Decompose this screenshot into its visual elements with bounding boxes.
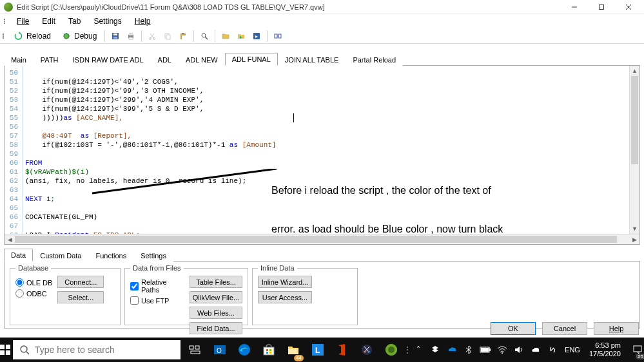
menu-help[interactable]: Help xyxy=(130,15,156,27)
tab-adl-new[interactable]: ADL NEW xyxy=(179,53,225,66)
reload-label: Reload xyxy=(26,32,51,41)
taskbar-overflow-icon[interactable]: ⋮ xyxy=(404,338,411,362)
tab-adl-funal[interactable]: ADL FUNAL xyxy=(225,53,278,66)
script-editor[interactable]: 5051525354555657585960616263646566676869… xyxy=(4,66,640,245)
open-include-icon[interactable] xyxy=(234,30,248,43)
app-outlook-icon[interactable]: O xyxy=(208,338,232,362)
tab-isdn[interactable]: ISDN RAW DATE ADL xyxy=(66,53,151,66)
tab-path[interactable]: PATH xyxy=(34,53,66,66)
copy-icon[interactable] xyxy=(161,30,175,43)
tab-join-all[interactable]: JOIN ALL TABLE xyxy=(278,53,346,66)
radio-odbc[interactable]: ODBC xyxy=(15,289,52,298)
tray-chevron-icon[interactable]: ˄ xyxy=(411,338,425,362)
app-l-icon[interactable]: L xyxy=(306,338,330,362)
tray-onedrive-icon[interactable] xyxy=(445,338,459,362)
check-relative-input[interactable] xyxy=(130,282,139,291)
scroll-down-icon[interactable]: ▼ xyxy=(630,224,639,234)
svg-text:O: O xyxy=(217,347,222,354)
table-files-button[interactable]: Table Files... xyxy=(190,276,242,288)
svg-point-4 xyxy=(64,33,69,39)
svg-text:L: L xyxy=(315,346,320,355)
horizontal-scrollbar[interactable]: ◀ ▶ xyxy=(5,234,639,244)
search-placeholder: Type here to search xyxy=(35,345,115,355)
select-button[interactable]: Select... xyxy=(57,291,104,303)
tab-data[interactable]: Data xyxy=(4,249,33,262)
action-center-icon[interactable]: 25 xyxy=(627,338,644,362)
tray-cloud-icon[interactable] xyxy=(529,338,543,362)
check-ftp-input[interactable] xyxy=(130,296,139,305)
print-icon[interactable] xyxy=(124,30,138,43)
ok-button[interactable]: OK xyxy=(491,322,536,335)
vertical-scrollbar[interactable]: ▲ ▼ xyxy=(629,66,639,234)
svg-rect-59 xyxy=(489,348,491,351)
search-box[interactable]: Type here to search xyxy=(13,340,181,359)
tray-lang[interactable]: ENG xyxy=(562,338,583,362)
tray-wifi-icon[interactable] xyxy=(495,338,509,362)
reload-button[interactable]: Reload xyxy=(9,30,55,43)
app-snip-icon[interactable] xyxy=(355,338,379,362)
minimize-button[interactable] xyxy=(561,1,587,14)
tab-partal[interactable]: Partal Reload xyxy=(346,53,403,66)
svg-rect-32 xyxy=(0,350,5,355)
app-office-icon[interactable] xyxy=(330,338,355,362)
tab-manager-icon[interactable] xyxy=(271,30,285,43)
menu-tab[interactable]: Tab xyxy=(63,15,86,27)
tray-dropbox-icon[interactable] xyxy=(428,338,442,362)
svg-rect-38 xyxy=(191,351,200,354)
save-include-icon[interactable] xyxy=(249,30,264,43)
menu-edit[interactable]: Edit xyxy=(37,15,61,27)
tray-bluetooth-icon[interactable] xyxy=(462,338,476,362)
help-button[interactable]: Help xyxy=(594,322,639,335)
scroll-up-icon[interactable]: ▲ xyxy=(630,66,639,76)
radio-oledb[interactable]: OLE DB xyxy=(15,278,52,287)
cancel-button[interactable]: Cancel xyxy=(542,322,587,335)
app-explorer-icon[interactable]: 44 xyxy=(281,338,306,362)
scroll-thumb-v[interactable] xyxy=(631,76,638,164)
svg-rect-42 xyxy=(264,347,274,355)
save-icon[interactable] xyxy=(108,30,122,43)
start-button[interactable] xyxy=(0,338,10,362)
open-folder-icon[interactable] xyxy=(219,30,233,43)
tab-settings[interactable]: Settings xyxy=(133,249,173,262)
cut-icon[interactable] xyxy=(145,30,159,43)
app-store-icon[interactable] xyxy=(257,338,281,362)
inline-wizard-button[interactable]: Inline Wizard... xyxy=(258,276,312,288)
tab-main[interactable]: Main xyxy=(4,53,34,66)
svg-rect-62 xyxy=(634,346,641,352)
tray-volume-icon[interactable] xyxy=(512,338,526,362)
tab-functions[interactable]: Functions xyxy=(88,249,133,262)
tray-clock[interactable]: 6:53 pm 17/5/2020 xyxy=(585,341,625,358)
paste-icon[interactable] xyxy=(176,30,190,43)
menu-file[interactable]: File xyxy=(12,15,34,27)
code-area[interactable]: if(num(@124:129T)<'49','2 COGS', if(num(… xyxy=(23,66,639,244)
search-icon[interactable] xyxy=(197,30,211,43)
debug-button[interactable]: Debug xyxy=(57,30,101,43)
tab-custom-data[interactable]: Custom Data xyxy=(33,249,88,262)
menu-settings[interactable]: Settings xyxy=(88,15,126,27)
maximize-button[interactable] xyxy=(589,1,614,14)
lower-tabs: Data Custom Data Functions Settings xyxy=(4,249,640,262)
scroll-left-icon[interactable]: ◀ xyxy=(5,234,15,244)
radio-odbc-input[interactable] xyxy=(15,289,24,298)
tab-adl[interactable]: ADL xyxy=(151,53,179,66)
scroll-right-icon[interactable]: ▶ xyxy=(629,234,639,244)
connect-button[interactable]: Connect... xyxy=(57,276,104,288)
field-data-button[interactable]: Field Data... xyxy=(190,322,242,334)
scroll-thumb-h[interactable] xyxy=(15,236,617,243)
web-files-button[interactable]: Web Files... xyxy=(190,307,242,319)
close-button[interactable] xyxy=(616,1,641,14)
app-icon xyxy=(4,3,13,12)
svg-rect-1 xyxy=(600,5,604,9)
qlikview-file-button[interactable]: QlikView File... xyxy=(190,291,242,303)
tray-link-icon[interactable] xyxy=(545,338,560,362)
svg-rect-21 xyxy=(182,33,184,34)
app-qlikview-icon[interactable] xyxy=(379,338,404,362)
task-view-icon[interactable] xyxy=(183,338,208,362)
app-edge-icon[interactable] xyxy=(232,338,257,362)
tray-battery-icon[interactable] xyxy=(478,338,493,362)
svg-rect-46 xyxy=(269,352,271,354)
check-ftp[interactable]: Use FTP xyxy=(130,296,184,305)
check-relative[interactable]: Relative Paths xyxy=(130,278,184,294)
radio-oledb-input[interactable] xyxy=(15,278,24,287)
user-access-button[interactable]: User Access... xyxy=(258,291,312,303)
